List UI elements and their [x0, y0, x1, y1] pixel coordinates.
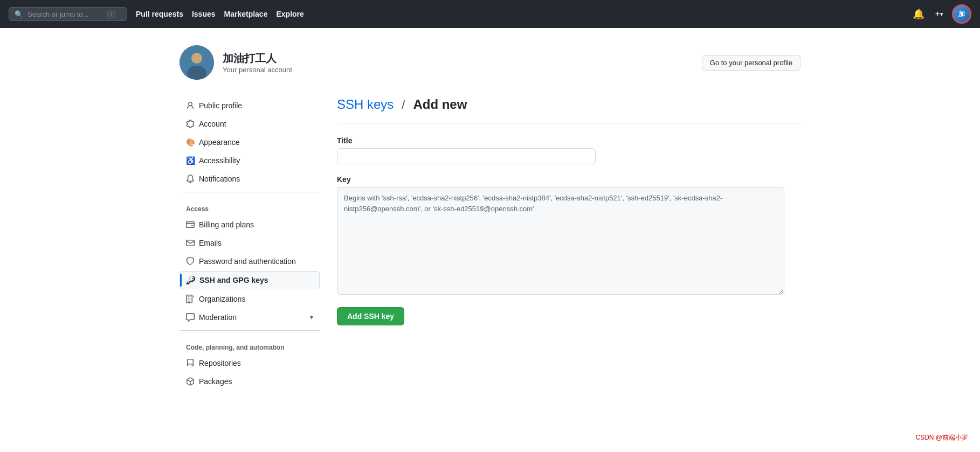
key-label: Key [337, 175, 800, 184]
sidebar-item-label: Public profile [199, 101, 242, 110]
top-navigation: 🔍 / Pull requests Issues Marketplace Exp… [0, 0, 980, 28]
profile-text: 加油打工人 Your personal account [223, 51, 292, 74]
add-ssh-key-button[interactable]: Add SSH key [337, 307, 404, 325]
chevron-down-icon: ▾ [310, 314, 313, 321]
sidebar-item-label: Accessibility [199, 156, 240, 165]
key-textarea[interactable] [337, 187, 784, 295]
sidebar-divider-1 [180, 192, 320, 192]
sidebar-item-repositories[interactable]: Repositories [180, 354, 320, 372]
add-ssh-key-form: Title Key Add SSH key [337, 136, 800, 325]
nav-link-issues[interactable]: Issues [192, 10, 216, 18]
sidebar-item-public-profile[interactable]: Public profile [180, 97, 320, 114]
gear-icon [186, 120, 195, 128]
paintbrush-icon: 🎨 [186, 138, 195, 147]
sidebar-item-packages[interactable]: Packages [180, 373, 320, 390]
chevron-down-icon: ▾ [940, 11, 943, 18]
sidebar-item-label: SSH and GPG keys [199, 276, 268, 284]
main-content: SSH keys / Add new Title Key Add SSH key [337, 97, 800, 391]
sidebar-item-label: Organizations [199, 295, 245, 303]
nav-link-marketplace[interactable]: Marketplace [224, 10, 268, 18]
plus-icon: + [935, 9, 940, 19]
sidebar-item-label: Moderation [199, 313, 237, 322]
sidebar-item-label: Account [199, 120, 226, 128]
title-field-group: Title [337, 136, 800, 164]
sidebar-item-billing[interactable]: Billing and plans [180, 216, 320, 233]
sidebar-item-label: Appearance [199, 138, 240, 147]
sidebar-item-label: Emails [199, 239, 222, 247]
profile-header: 加油打工人 Your personal account Go to your p… [180, 45, 800, 80]
mail-icon [186, 239, 195, 247]
person-icon [186, 101, 195, 110]
search-icon: 🔍 [15, 10, 23, 18]
settings-sidebar: Public profile Account 🎨 Appearance ♿ Ac… [180, 97, 320, 391]
sidebar-item-label: Billing and plans [199, 220, 254, 229]
title-input[interactable] [337, 148, 596, 164]
sidebar-section-access: Access [180, 197, 320, 216]
notifications-button[interactable]: 🔔 [910, 6, 927, 22]
form-divider [337, 123, 800, 123]
sidebar-item-notifications[interactable]: Notifications [180, 170, 320, 187]
sidebar-item-ssh-gpg[interactable]: SSH and GPG keys [180, 271, 320, 289]
sidebar-item-password[interactable]: Password and authentication [180, 253, 320, 270]
topnav-right: 🔔 + ▾ 加 [910, 4, 971, 24]
sidebar-item-label: Password and authentication [199, 257, 296, 266]
package-icon [186, 377, 195, 386]
user-avatar-button[interactable]: 加 [952, 4, 971, 24]
moderation-icon [186, 313, 195, 322]
shield-icon [186, 257, 195, 266]
accessibility-icon: ♿ [186, 156, 195, 165]
sidebar-item-organizations[interactable]: Organizations [180, 290, 320, 308]
key-icon [187, 276, 195, 284]
sidebar-item-label: Repositories [199, 359, 241, 367]
sidebar-item-moderation[interactable]: Moderation ▾ [180, 309, 320, 326]
search-kbd-hint: / [107, 10, 115, 18]
create-button[interactable]: + ▾ [933, 7, 946, 21]
content-layout: Public profile Account 🎨 Appearance ♿ Ac… [180, 97, 800, 391]
sidebar-item-accessibility[interactable]: ♿ Accessibility [180, 152, 320, 169]
svg-point-1 [191, 53, 202, 64]
breadcrumb-current: Add new [413, 97, 467, 112]
profile-avatar [180, 45, 214, 80]
bell-icon: 🔔 [913, 8, 924, 20]
breadcrumb-link[interactable]: SSH keys [337, 97, 394, 112]
sidebar-item-label: Notifications [199, 175, 240, 183]
avatar: 加 [953, 5, 970, 23]
sidebar-section-code: Code, planning, and automation [180, 335, 320, 354]
page-container: 加油打工人 Your personal account Go to your p… [167, 28, 813, 408]
sidebar-item-appearance[interactable]: 🎨 Appearance [180, 134, 320, 151]
page-breadcrumb: SSH keys / Add new [337, 97, 800, 112]
topnav-links: Pull requests Issues Marketplace Explore [136, 10, 902, 18]
search-input[interactable] [27, 10, 103, 18]
title-label: Title [337, 136, 800, 145]
profile-subtitle: Your personal account [223, 66, 292, 74]
card-icon [186, 220, 195, 229]
nav-link-pull-requests[interactable]: Pull requests [136, 10, 183, 18]
key-field-group: Key [337, 175, 800, 296]
profile-username: 加油打工人 [223, 51, 292, 66]
breadcrumb-separator: / [402, 97, 405, 112]
profile-info: 加油打工人 Your personal account [180, 45, 292, 80]
bell-icon-sidebar [186, 175, 195, 183]
sidebar-item-emails[interactable]: Emails [180, 234, 320, 252]
nav-link-explore[interactable]: Explore [276, 10, 303, 18]
go-to-profile-button[interactable]: Go to your personal profile [702, 55, 800, 71]
org-icon [186, 295, 195, 303]
search-box[interactable]: 🔍 / [9, 7, 127, 21]
sidebar-divider-2 [180, 330, 320, 331]
sidebar-item-label: Packages [199, 377, 232, 386]
repo-icon [186, 359, 195, 367]
sidebar-item-account[interactable]: Account [180, 115, 320, 133]
